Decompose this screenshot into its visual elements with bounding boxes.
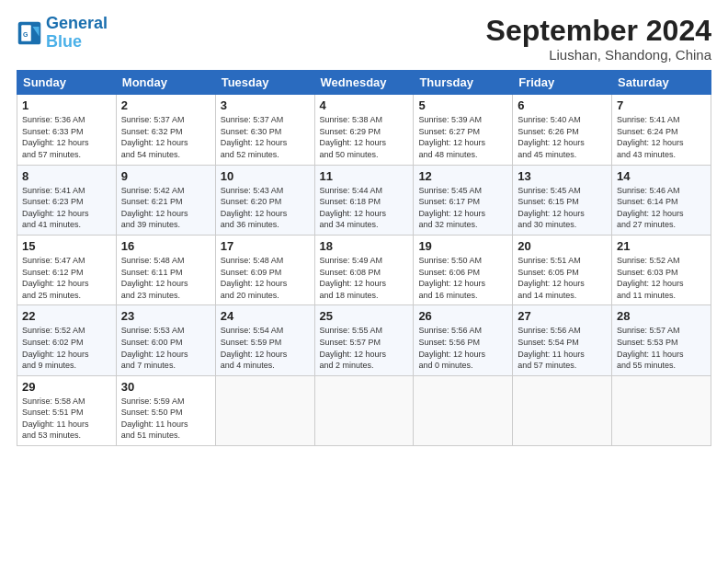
col-wednesday: Wednesday (314, 71, 414, 95)
day-cell (215, 375, 314, 445)
day-info: Sunrise: 5:42 AM Sunset: 6:21 PM Dayligh… (121, 185, 210, 231)
col-monday: Monday (116, 71, 215, 95)
day-info: Sunrise: 5:46 AM Sunset: 6:14 PM Dayligh… (617, 185, 706, 231)
day-number: 23 (121, 309, 210, 323)
day-cell: 25 Sunrise: 5:55 AM Sunset: 5:57 PM Dayl… (314, 305, 414, 375)
logo: G General Blue (17, 15, 108, 52)
day-number: 25 (320, 309, 409, 323)
day-info: Sunrise: 5:47 AM Sunset: 6:12 PM Dayligh… (22, 255, 111, 301)
day-cell: 30 Sunrise: 5:59 AM Sunset: 5:50 PM Dayl… (116, 375, 215, 445)
day-cell: 6 Sunrise: 5:40 AM Sunset: 6:26 PM Dayli… (513, 95, 612, 165)
day-info: Sunrise: 5:56 AM Sunset: 5:56 PM Dayligh… (418, 325, 507, 371)
week-row-5: 29 Sunrise: 5:58 AM Sunset: 5:51 PM Dayl… (17, 375, 711, 445)
day-number: 29 (22, 380, 111, 394)
day-number: 4 (320, 98, 409, 112)
day-cell: 26 Sunrise: 5:56 AM Sunset: 5:56 PM Dayl… (414, 305, 513, 375)
day-number: 19 (418, 239, 507, 253)
day-info: Sunrise: 5:43 AM Sunset: 6:20 PM Dayligh… (221, 185, 310, 231)
day-info: Sunrise: 5:37 AM Sunset: 6:30 PM Dayligh… (221, 114, 310, 160)
day-info: Sunrise: 5:56 AM Sunset: 5:54 PM Dayligh… (518, 325, 607, 371)
day-cell: 24 Sunrise: 5:54 AM Sunset: 5:59 PM Dayl… (215, 305, 314, 375)
day-cell: 13 Sunrise: 5:45 AM Sunset: 6:15 PM Dayl… (513, 165, 612, 235)
day-info: Sunrise: 5:36 AM Sunset: 6:33 PM Dayligh… (22, 114, 111, 160)
day-cell: 16 Sunrise: 5:48 AM Sunset: 6:11 PM Dayl… (116, 235, 215, 304)
week-row-3: 15 Sunrise: 5:47 AM Sunset: 6:12 PM Dayl… (17, 235, 711, 304)
day-number: 14 (617, 169, 706, 183)
day-cell (513, 375, 612, 445)
day-number: 7 (617, 98, 706, 112)
day-info: Sunrise: 5:52 AM Sunset: 6:03 PM Dayligh… (617, 255, 706, 301)
day-cell: 29 Sunrise: 5:58 AM Sunset: 5:51 PM Dayl… (17, 375, 117, 445)
day-cell: 4 Sunrise: 5:38 AM Sunset: 6:29 PM Dayli… (314, 95, 414, 165)
day-cell: 5 Sunrise: 5:39 AM Sunset: 6:27 PM Dayli… (414, 95, 513, 165)
day-info: Sunrise: 5:40 AM Sunset: 6:26 PM Dayligh… (518, 114, 607, 160)
header-row: Sunday Monday Tuesday Wednesday Thursday… (17, 71, 711, 95)
day-cell: 10 Sunrise: 5:43 AM Sunset: 6:20 PM Dayl… (215, 165, 314, 235)
day-cell: 17 Sunrise: 5:48 AM Sunset: 6:09 PM Dayl… (215, 235, 314, 304)
day-number: 17 (221, 239, 310, 253)
day-info: Sunrise: 5:55 AM Sunset: 5:57 PM Dayligh… (320, 325, 409, 371)
day-number: 8 (22, 169, 111, 183)
day-info: Sunrise: 5:49 AM Sunset: 6:08 PM Dayligh… (320, 255, 409, 301)
day-number: 11 (320, 169, 409, 183)
day-number: 30 (121, 380, 210, 394)
day-info: Sunrise: 5:39 AM Sunset: 6:27 PM Dayligh… (418, 114, 507, 160)
col-friday: Friday (513, 71, 612, 95)
day-info: Sunrise: 5:38 AM Sunset: 6:29 PM Dayligh… (320, 114, 409, 160)
day-info: Sunrise: 5:44 AM Sunset: 6:18 PM Dayligh… (320, 185, 409, 231)
day-number: 2 (121, 98, 210, 112)
day-info: Sunrise: 5:54 AM Sunset: 5:59 PM Dayligh… (221, 325, 310, 371)
month-title: September 2024 (486, 15, 711, 47)
day-cell: 21 Sunrise: 5:52 AM Sunset: 6:03 PM Dayl… (612, 235, 711, 304)
day-info: Sunrise: 5:45 AM Sunset: 6:15 PM Dayligh… (518, 185, 607, 231)
header: G General Blue September 2024 Liushan, S… (17, 15, 711, 63)
day-info: Sunrise: 5:37 AM Sunset: 6:32 PM Dayligh… (121, 114, 210, 160)
day-number: 20 (518, 239, 607, 253)
day-cell: 12 Sunrise: 5:45 AM Sunset: 6:17 PM Dayl… (414, 165, 513, 235)
week-row-1: 1 Sunrise: 5:36 AM Sunset: 6:33 PM Dayli… (17, 95, 711, 165)
logo-line1: General (46, 14, 108, 32)
day-info: Sunrise: 5:57 AM Sunset: 5:53 PM Dayligh… (617, 325, 706, 371)
day-number: 13 (518, 169, 607, 183)
day-number: 12 (418, 169, 507, 183)
day-cell: 9 Sunrise: 5:42 AM Sunset: 6:21 PM Dayli… (116, 165, 215, 235)
day-info: Sunrise: 5:50 AM Sunset: 6:06 PM Dayligh… (418, 255, 507, 301)
day-number: 18 (320, 239, 409, 253)
day-cell: 7 Sunrise: 5:41 AM Sunset: 6:24 PM Dayli… (612, 95, 711, 165)
day-info: Sunrise: 5:41 AM Sunset: 6:23 PM Dayligh… (22, 185, 111, 231)
col-tuesday: Tuesday (215, 71, 314, 95)
location-title: Liushan, Shandong, China (486, 47, 711, 63)
logo-line2: Blue (46, 32, 82, 51)
calendar-table: Sunday Monday Tuesday Wednesday Thursday… (17, 70, 711, 446)
day-cell: 18 Sunrise: 5:49 AM Sunset: 6:08 PM Dayl… (314, 235, 414, 304)
day-number: 21 (617, 239, 706, 253)
day-cell: 1 Sunrise: 5:36 AM Sunset: 6:33 PM Dayli… (17, 95, 117, 165)
day-number: 10 (221, 169, 310, 183)
col-thursday: Thursday (414, 71, 513, 95)
day-number: 5 (418, 98, 507, 112)
week-row-4: 22 Sunrise: 5:52 AM Sunset: 6:02 PM Dayl… (17, 305, 711, 375)
day-number: 9 (121, 169, 210, 183)
day-info: Sunrise: 5:53 AM Sunset: 6:00 PM Dayligh… (121, 325, 210, 371)
day-number: 26 (418, 309, 507, 323)
day-cell: 23 Sunrise: 5:53 AM Sunset: 6:00 PM Dayl… (116, 305, 215, 375)
day-info: Sunrise: 5:59 AM Sunset: 5:50 PM Dayligh… (121, 396, 210, 442)
day-number: 27 (518, 309, 607, 323)
day-number: 6 (518, 98, 607, 112)
day-cell: 3 Sunrise: 5:37 AM Sunset: 6:30 PM Dayli… (215, 95, 314, 165)
day-cell (414, 375, 513, 445)
day-info: Sunrise: 5:41 AM Sunset: 6:24 PM Dayligh… (617, 114, 706, 160)
day-number: 28 (617, 309, 706, 323)
day-cell: 28 Sunrise: 5:57 AM Sunset: 5:53 PM Dayl… (612, 305, 711, 375)
page-container: G General Blue September 2024 Liushan, S… (0, 0, 728, 563)
day-info: Sunrise: 5:45 AM Sunset: 6:17 PM Dayligh… (418, 185, 507, 231)
day-cell (612, 375, 711, 445)
day-cell: 22 Sunrise: 5:52 AM Sunset: 6:02 PM Dayl… (17, 305, 117, 375)
day-cell: 8 Sunrise: 5:41 AM Sunset: 6:23 PM Dayli… (17, 165, 117, 235)
day-number: 24 (221, 309, 310, 323)
day-cell: 19 Sunrise: 5:50 AM Sunset: 6:06 PM Dayl… (414, 235, 513, 304)
day-info: Sunrise: 5:52 AM Sunset: 6:02 PM Dayligh… (22, 325, 111, 371)
day-number: 1 (22, 98, 111, 112)
day-cell: 11 Sunrise: 5:44 AM Sunset: 6:18 PM Dayl… (314, 165, 414, 235)
day-number: 3 (221, 98, 310, 112)
